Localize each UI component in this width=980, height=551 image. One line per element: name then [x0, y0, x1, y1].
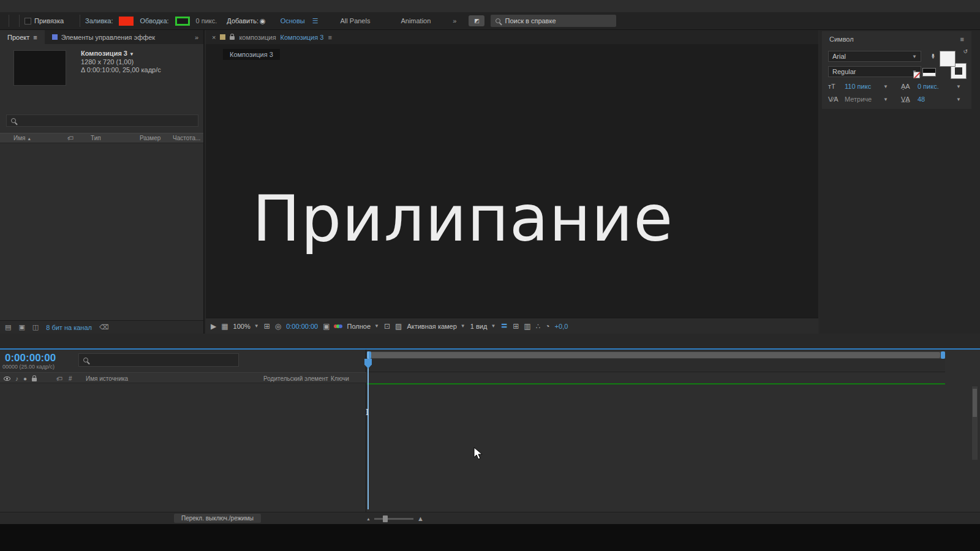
- region-of-interest-icon[interactable]: ⊡: [384, 322, 390, 331]
- flowchart-icon[interactable]: ∴: [536, 322, 541, 331]
- composition-name[interactable]: Композиция 3: [81, 50, 127, 57]
- choose-grid-icon[interactable]: ⊞: [264, 322, 270, 331]
- channel-icon[interactable]: [335, 324, 342, 328]
- help-search-input[interactable]: Поиск в справке: [491, 15, 616, 27]
- panel-menu-icon[interactable]: ≡: [960, 36, 964, 43]
- stroke-label: Обводка:: [140, 17, 168, 24]
- panel-menu-icon[interactable]: ≡: [33, 34, 37, 41]
- interpret-footage-icon[interactable]: ▤: [5, 323, 11, 331]
- view-layout-select[interactable]: 1 вид▼: [470, 323, 496, 330]
- fast-previews-icon[interactable]: ⊞: [513, 322, 519, 331]
- exposure-reset-icon[interactable]: ◔: [545, 322, 549, 331]
- trash-icon[interactable]: ⌫: [99, 323, 109, 331]
- stroke-color-swatch[interactable]: [175, 17, 190, 26]
- kerning-value[interactable]: Метриче: [845, 96, 880, 103]
- close-icon[interactable]: ×: [212, 34, 216, 41]
- project-table-header[interactable]: Имя ▲ 🏷 Тип Размер Частота...: [0, 133, 203, 143]
- pixel-aspect-icon[interactable]: 〓: [500, 321, 508, 331]
- swap-colors-icon[interactable]: ↺: [963, 48, 968, 54]
- work-area-bar[interactable]: [367, 351, 945, 359]
- leading-value[interactable]: 0 пикс.: [918, 83, 953, 90]
- label-column-icon[interactable]: 🏷: [67, 135, 91, 141]
- timeline-search-input[interactable]: [78, 353, 239, 367]
- bit-depth-button[interactable]: 8 бит на канал: [46, 324, 92, 331]
- current-time-display[interactable]: 0:00:00:00: [5, 352, 56, 364]
- eyedropper-icon[interactable]: ✒: [929, 53, 937, 59]
- zoom-in-mountain-icon[interactable]: ▲: [417, 515, 424, 522]
- timeline-left-pane: 0:00:00:00 00000 (25.00 кадр/с) ♪ ● 🏷 # …: [0, 350, 366, 512]
- timeline-nav-icon[interactable]: ▥: [524, 322, 530, 331]
- magnification-select[interactable]: 100%▼: [233, 323, 259, 330]
- checkerboard-icon[interactable]: ▨: [395, 322, 402, 331]
- always-preview-icon[interactable]: ▶: [211, 322, 216, 331]
- viewer-tab-bar: × композиция Композиция 3 ≡: [206, 30, 818, 44]
- viewer-timecode[interactable]: 0:00:00:00: [286, 323, 318, 330]
- work-area-end-handle[interactable]: [941, 351, 945, 359]
- leading-icon: A̦A: [901, 83, 914, 90]
- mask-visibility-icon[interactable]: ◎: [275, 322, 281, 331]
- keys-column[interactable]: Ключи: [331, 373, 349, 384]
- snapshot-icon[interactable]: ▣: [323, 322, 330, 331]
- exposure-value[interactable]: +0,0: [555, 323, 568, 330]
- lock-icon[interactable]: [230, 36, 235, 40]
- zoom-out-mountain-icon[interactable]: ▲: [366, 517, 371, 521]
- tabs-overflow-chevron[interactable]: »: [190, 30, 203, 44]
- workspace-switcher-icon[interactable]: ◩: [469, 15, 484, 26]
- character-panel: Символ ≡ Arial▼ Regular▼ ✒ ↺ тT: [822, 31, 971, 109]
- snap-toggle[interactable]: Привязка: [24, 17, 64, 24]
- snap-checkbox[interactable]: [24, 18, 31, 24]
- workspace-all-panels[interactable]: All Panels: [341, 17, 371, 24]
- resolution-select[interactable]: Полное▼: [347, 323, 379, 330]
- no-color-swatch[interactable]: [913, 72, 920, 78]
- add-shape-icon[interactable]: ◉: [260, 17, 266, 25]
- search-icon: [496, 18, 500, 23]
- mouse-cursor: [473, 447, 486, 460]
- flowchart-caret-icon[interactable]: ▼: [129, 51, 134, 57]
- workspace-animation[interactable]: Animation: [401, 17, 431, 24]
- parent-column[interactable]: Родительский элемент: [263, 373, 328, 384]
- effect-controls-icon: [52, 34, 58, 40]
- timeline-footer: Перекл. выключ./режимы ▲ ▲: [0, 512, 980, 524]
- viewer-toolbar: ▶ ▦ 100%▼ ⊞ ◎ 0:00:00:00 ▣ Полное▼ ⊡ ▨ А…: [206, 318, 818, 334]
- composition-tab-icon: [220, 34, 225, 40]
- font-style-select[interactable]: Regular▼: [828, 66, 921, 77]
- project-search-input[interactable]: [6, 114, 198, 127]
- time-ruler[interactable]: [367, 359, 945, 372]
- workspace-osnovy[interactable]: Основы: [281, 17, 305, 24]
- new-composition-icon[interactable]: ◫: [32, 323, 39, 331]
- stroke-width-value[interactable]: 0 пикс.: [196, 17, 217, 24]
- project-panel-tabs: Проект≡ Элементы управления эффек »: [0, 30, 203, 44]
- workspace-menu-icon[interactable]: ☰: [312, 17, 318, 25]
- add-label: Добавить:: [227, 17, 258, 24]
- zoom-slider-thumb[interactable]: [383, 515, 388, 522]
- toggle-switches-modes-button[interactable]: Перекл. выключ./режимы: [174, 514, 261, 523]
- fill-color-swatch[interactable]: [119, 17, 134, 26]
- zoom-slider-track[interactable]: [374, 518, 413, 520]
- character-panel-title[interactable]: Символ: [829, 36, 854, 43]
- fill-swatch[interactable]: [940, 51, 956, 67]
- viewer-tab-name[interactable]: Композиция 3: [281, 34, 324, 41]
- timeline-zoom-control[interactable]: ▲ ▲: [366, 515, 424, 522]
- camera-select[interactable]: Активная камер▼: [407, 323, 465, 330]
- workspace-overflow-chevron[interactable]: »: [453, 17, 456, 24]
- font-family-select[interactable]: Arial▼: [828, 51, 921, 62]
- playhead-line[interactable]: I: [368, 351, 369, 509]
- panel-menu-icon[interactable]: ≡: [328, 34, 331, 41]
- search-icon: [83, 358, 88, 362]
- tab-effect-controls[interactable]: Элементы управления эффек: [45, 30, 163, 44]
- black-white-swatch[interactable]: [922, 68, 936, 77]
- ibeam-cursor: I: [366, 408, 369, 417]
- fill-stroke-swatches[interactable]: ↺: [940, 51, 967, 79]
- tab-project[interactable]: Проект≡: [0, 30, 45, 44]
- help-search-placeholder: Поиск в справке: [505, 17, 556, 24]
- timeline-column-header: ♪ ● 🏷 # Имя источника Родительский элеме…: [0, 372, 366, 383]
- transparency-grid-icon[interactable]: ▦: [221, 322, 228, 331]
- canvas-title-text: Прилипание: [252, 181, 673, 256]
- font-size-value[interactable]: 110 пикс: [845, 83, 880, 90]
- composition-badge[interactable]: Композиция 3: [223, 49, 280, 60]
- source-name-column[interactable]: Имя источника: [86, 373, 128, 384]
- new-folder-icon[interactable]: ▣: [18, 323, 24, 331]
- divider: [19, 15, 20, 27]
- vertical-scrollbar[interactable]: [972, 386, 978, 460]
- tracking-value[interactable]: 48: [918, 96, 953, 103]
